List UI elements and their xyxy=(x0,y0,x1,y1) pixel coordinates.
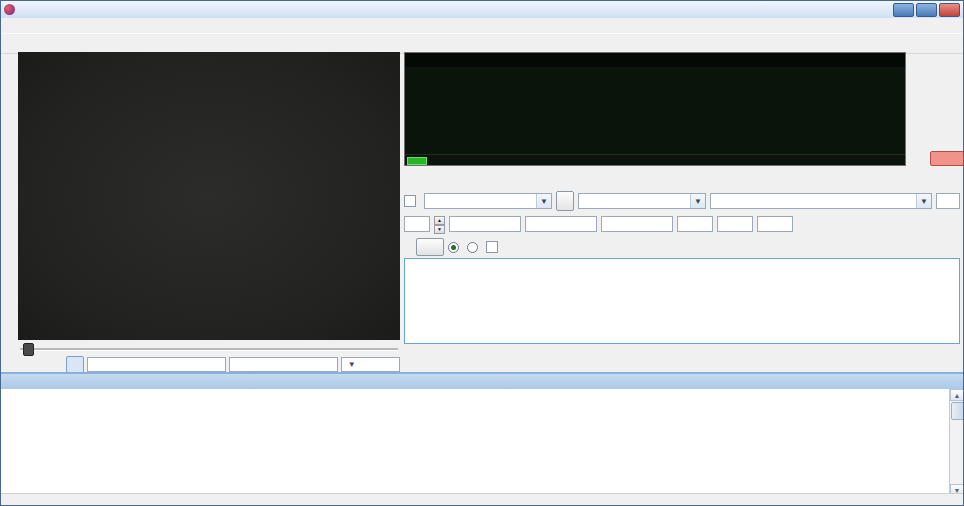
audio-waveform[interactable] xyxy=(405,67,905,157)
video-controls: ▼ xyxy=(3,356,400,372)
line-number-display xyxy=(936,193,960,209)
play-line-button[interactable] xyxy=(24,356,42,373)
layer-field[interactable] xyxy=(404,216,430,232)
maximize-button[interactable] xyxy=(916,3,937,17)
audio-scrollbar-thumb[interactable] xyxy=(407,157,427,165)
play-button[interactable] xyxy=(3,356,21,373)
frame-radio[interactable] xyxy=(467,242,478,253)
main-area: ▼ ▼ xyxy=(1,52,964,372)
audio-panel: ▼ ▼ ▼ ▲▼ xyxy=(402,52,964,372)
duration-field[interactable] xyxy=(601,216,673,232)
audio-toolbar xyxy=(404,170,960,190)
edit-row-style: ▼ ▼ ▼ xyxy=(404,192,960,210)
menu-bar xyxy=(1,18,963,33)
chevron-down-icon: ▼ xyxy=(346,360,358,369)
video-zoom-select[interactable]: ▼ xyxy=(341,357,400,372)
grid-header xyxy=(1,374,964,389)
scroll-up-icon[interactable]: ▲ xyxy=(950,389,964,401)
close-button[interactable] xyxy=(939,3,960,17)
title-bar xyxy=(1,1,963,19)
audio-slider-panel xyxy=(910,52,964,166)
edit-row-times: ▲▼ xyxy=(404,215,960,233)
pause-button[interactable] xyxy=(45,356,63,373)
show-original-checkbox[interactable] xyxy=(486,241,498,253)
margin-vertical-field[interactable] xyxy=(757,216,793,232)
audio-display xyxy=(404,52,906,166)
margin-right-field[interactable] xyxy=(717,216,753,232)
subtitle-grid: ▲ ▼ xyxy=(1,372,964,496)
comment-checkbox[interactable] xyxy=(404,195,416,207)
time-radio[interactable] xyxy=(448,242,459,253)
actor-combo[interactable]: ▼ xyxy=(578,193,706,209)
layer-spinner[interactable]: ▲▼ xyxy=(434,216,445,232)
video-tool-strip xyxy=(1,52,18,373)
karaoke-toggle-button[interactable] xyxy=(930,151,964,166)
video-panel: ▼ xyxy=(1,52,402,372)
subtitle-text-editor[interactable] xyxy=(404,258,960,344)
grid-scrollbar[interactable]: ▲ ▼ xyxy=(949,389,964,496)
video-frame xyxy=(18,52,400,340)
start-time-field[interactable] xyxy=(449,216,521,232)
status-bar xyxy=(1,493,964,505)
chevron-down-icon: ▼ xyxy=(916,194,931,208)
chevron-down-icon: ▼ xyxy=(690,194,705,208)
effect-combo[interactable]: ▼ xyxy=(710,193,932,209)
video-offset-display xyxy=(229,357,338,372)
commit-button[interactable] xyxy=(416,238,444,256)
auto-seek-toggle[interactable] xyxy=(66,356,84,373)
end-time-field[interactable] xyxy=(525,216,597,232)
chevron-down-icon: ▼ xyxy=(536,194,551,208)
edit-row-format xyxy=(404,238,960,256)
minimize-button[interactable] xyxy=(893,3,914,17)
audio-scrollbar[interactable] xyxy=(405,154,905,165)
main-toolbar xyxy=(1,33,963,54)
aegisub-window: ▼ ▼ xyxy=(0,0,964,506)
video-seek-slider[interactable] xyxy=(18,342,400,355)
style-select[interactable]: ▼ xyxy=(424,193,552,209)
grid-scrollbar-thumb[interactable] xyxy=(951,402,964,420)
audio-time-scale xyxy=(405,53,905,67)
aegisub-logo-icon xyxy=(4,4,15,15)
seek-thumb[interactable] xyxy=(23,343,34,356)
margin-left-field[interactable] xyxy=(677,216,713,232)
video-time-display xyxy=(87,357,226,372)
seek-track xyxy=(20,348,398,351)
edit-style-button[interactable] xyxy=(556,191,574,211)
